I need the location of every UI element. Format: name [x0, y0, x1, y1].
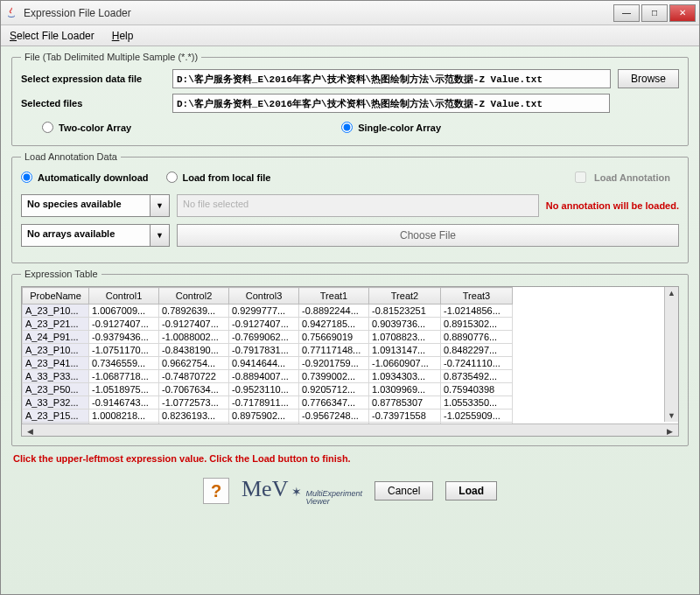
value-cell[interactable]: -0.7241110... — [441, 357, 513, 370]
value-cell[interactable]: -0.7067634... — [159, 383, 229, 396]
value-cell[interactable]: -0.7178911... — [229, 396, 299, 410]
value-cell[interactable]: 0.9299777... — [229, 304, 299, 318]
load-button[interactable]: Load — [445, 481, 497, 500]
probe-cell[interactable]: A_33_P33... — [23, 370, 89, 383]
value-cell[interactable]: -1.0772573... — [159, 396, 229, 410]
table-scroll[interactable]: ProbeNameControl1Control2Control3Treat1T… — [22, 287, 678, 424]
value-cell[interactable]: 0.9205712... — [299, 383, 369, 396]
chevron-down-icon[interactable]: ▼ — [150, 224, 170, 247]
data-table[interactable]: ProbeNameControl1Control2Control3Treat1T… — [22, 287, 513, 424]
species-combo[interactable]: No species available ▼ — [21, 194, 170, 217]
value-cell[interactable]: -0.8894007... — [229, 370, 299, 383]
column-header[interactable]: Control3 — [229, 288, 299, 304]
value-cell[interactable]: -0.9127407... — [89, 318, 159, 331]
probe-cell[interactable]: A_24_P91... — [23, 331, 89, 344]
value-cell[interactable]: -0.73971558 — [369, 410, 441, 423]
probe-cell[interactable]: A_23_P41... — [23, 357, 89, 370]
arrays-combo[interactable]: No arrays available ▼ — [21, 224, 170, 247]
help-button[interactable]: ? — [203, 478, 229, 504]
table-row[interactable]: A_23_P41...0.7346559...0.9662754...0.941… — [23, 357, 513, 370]
value-cell[interactable]: 0.8915302... — [441, 318, 513, 331]
value-cell[interactable]: 1.0553350... — [441, 396, 513, 410]
selected-files-input[interactable] — [172, 94, 610, 113]
value-cell[interactable]: -0.9201759... — [299, 357, 369, 370]
two-color-radio[interactable]: Two-color Array — [42, 122, 131, 133]
value-cell[interactable]: 0.75669019 — [299, 331, 369, 344]
select-file-input[interactable] — [172, 69, 611, 88]
value-cell[interactable]: -0.74870722 — [159, 370, 229, 383]
value-cell[interactable]: 0.7766347... — [299, 396, 369, 410]
value-cell[interactable]: -0.9567248... — [299, 410, 369, 423]
value-cell[interactable]: -0.81523251 — [369, 304, 441, 318]
value-cell[interactable]: 1.0913147... — [369, 344, 441, 357]
value-cell[interactable]: -1.0660907... — [369, 357, 441, 370]
table-row[interactable]: A_23_P10...-1.0751170...-0.8438190...-0.… — [23, 344, 513, 357]
value-cell[interactable]: -1.0214856... — [441, 304, 513, 318]
value-cell[interactable]: 0.8975902... — [229, 410, 299, 423]
table-row[interactable]: A_33_P33...-1.0687718...-0.74870722-0.88… — [23, 370, 513, 383]
choose-file-button[interactable]: Choose File — [177, 224, 679, 247]
table-row[interactable]: A_23_P21...-0.9127407...-0.9127407...-0.… — [23, 318, 513, 331]
scroll-right-icon[interactable]: ▶ — [663, 427, 676, 436]
scroll-down-icon[interactable]: ▼ — [665, 411, 678, 420]
value-cell[interactable]: -1.0088002... — [159, 331, 229, 344]
column-header[interactable]: Treat3 — [441, 288, 513, 304]
column-header[interactable]: Treat1 — [299, 288, 369, 304]
probe-cell[interactable]: A_23_P21... — [23, 318, 89, 331]
vertical-scrollbar[interactable]: ▲ ▼ — [664, 287, 678, 422]
value-cell[interactable]: 0.9414644... — [229, 357, 299, 370]
scroll-left-icon[interactable]: ◀ — [24, 427, 37, 436]
value-cell[interactable]: 1.0309969... — [369, 383, 441, 396]
value-cell[interactable]: 0.8236193... — [159, 410, 229, 423]
table-row[interactable]: A_24_P91...-0.9379436...-1.0088002...-0.… — [23, 331, 513, 344]
probe-cell[interactable]: A_33_P32... — [23, 396, 89, 410]
probe-cell[interactable]: A_23_P50... — [23, 383, 89, 396]
value-cell[interactable]: -0.8438190... — [159, 344, 229, 357]
value-cell[interactable]: -0.9379436... — [89, 331, 159, 344]
single-color-radio[interactable]: Single-color Array — [341, 122, 441, 133]
maximize-button[interactable]: □ — [641, 4, 668, 22]
value-cell[interactable]: 0.9427185... — [299, 318, 369, 331]
scroll-up-icon[interactable]: ▲ — [665, 289, 678, 298]
close-button[interactable]: ✕ — [669, 4, 696, 22]
menu-help[interactable]: Help — [108, 28, 137, 44]
column-header[interactable]: Control1 — [89, 288, 159, 304]
value-cell[interactable]: -0.7917831... — [229, 344, 299, 357]
value-cell[interactable]: -0.8892244... — [299, 304, 369, 318]
column-header[interactable]: Treat2 — [369, 288, 441, 304]
value-cell[interactable]: -0.7699062... — [229, 331, 299, 344]
value-cell[interactable]: 0.9662754... — [159, 357, 229, 370]
load-annotation-check[interactable]: Load Annotation — [571, 169, 670, 186]
table-row[interactable]: A_23_P10...1.0067009...0.7892639...0.929… — [23, 304, 513, 318]
value-cell[interactable]: 1.0934303... — [369, 370, 441, 383]
value-cell[interactable]: -0.9127407... — [229, 318, 299, 331]
value-cell[interactable]: 0.7892639... — [159, 304, 229, 318]
value-cell[interactable]: -1.0687718... — [89, 370, 159, 383]
column-header[interactable]: ProbeName — [23, 288, 89, 304]
value-cell[interactable]: -0.9146743... — [89, 396, 159, 410]
value-cell[interactable]: 0.7399002... — [299, 370, 369, 383]
horizontal-scrollbar[interactable]: ◀ ▶ — [22, 424, 678, 437]
browse-button[interactable]: Browse — [618, 69, 679, 88]
value-cell[interactable]: 1.0708823... — [369, 331, 441, 344]
table-row[interactable]: A_23_P15...1.0008218...0.8236193...0.897… — [23, 410, 513, 423]
probe-cell[interactable]: A_23_P10... — [23, 304, 89, 318]
chevron-down-icon[interactable]: ▼ — [150, 194, 170, 217]
value-cell[interactable]: -1.0518975... — [89, 383, 159, 396]
probe-cell[interactable]: A_23_P15... — [23, 410, 89, 423]
value-cell[interactable]: 0.77117148... — [299, 344, 369, 357]
value-cell[interactable]: 0.7346559... — [89, 357, 159, 370]
value-cell[interactable]: 0.9039736... — [369, 318, 441, 331]
local-file-radio[interactable]: Load from local file — [166, 172, 271, 183]
value-cell[interactable]: 0.8482297... — [441, 344, 513, 357]
value-cell[interactable]: -0.8135740... — [299, 423, 369, 424]
minimize-button[interactable]: — — [613, 4, 640, 22]
value-cell[interactable]: 1.0008218... — [89, 410, 159, 423]
value-cell[interactable]: -1.0751170... — [89, 344, 159, 357]
value-cell[interactable]: -1.0255909... — [441, 410, 513, 423]
table-row[interactable]: A_23_P50...-1.0518975...-0.7067634...-0.… — [23, 383, 513, 396]
value-cell[interactable]: 0.8735492... — [441, 370, 513, 383]
value-cell[interactable]: 0.87785307 — [369, 396, 441, 410]
value-cell[interactable]: 0.8890776... — [441, 331, 513, 344]
table-row[interactable]: A_33_P32...-0.9146743...-1.0772573...-0.… — [23, 396, 513, 410]
